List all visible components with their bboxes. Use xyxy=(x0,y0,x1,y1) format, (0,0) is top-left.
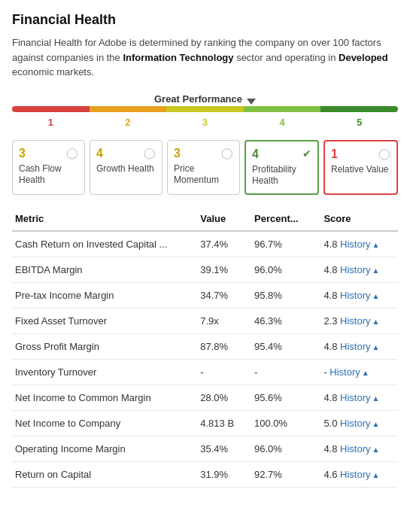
cell-metric: Net Income to Company xyxy=(12,410,197,436)
table-header-row: Metric Value Percent... Score xyxy=(12,207,398,231)
table-row: Return on Capital31.9%92.7%4.6 History ▲ xyxy=(12,461,398,487)
desc-middle: sector and operating in xyxy=(234,52,339,63)
table-row: Gross Profit Margin87.8%95.4%4.8 History… xyxy=(12,333,398,359)
bar-seg-5 xyxy=(320,106,398,112)
bar-seg-4 xyxy=(244,106,321,112)
chevron-up-icon: ▲ xyxy=(372,471,380,479)
rating-label-5: 5 xyxy=(320,117,398,128)
cell-metric: Net Income to Common Margin xyxy=(12,385,197,410)
cell-metric: Pre-tax Income Margin xyxy=(12,282,197,308)
card-profitability-label: Profitability Health xyxy=(252,164,311,187)
history-link[interactable]: History xyxy=(340,239,370,250)
card-growth-icon: ◯ xyxy=(144,147,156,159)
card-cashflow-icon: ◯ xyxy=(66,147,78,159)
table-row: Operating Income Margin35.4%96.0%4.8 His… xyxy=(12,436,398,461)
page-title: Financial Health xyxy=(12,12,398,28)
cell-percent: 92.7% xyxy=(251,461,320,487)
col-header-percent: Percent... xyxy=(251,207,320,231)
history-link[interactable]: History xyxy=(340,315,370,327)
cell-value: 7.9x xyxy=(197,308,251,333)
rating-label-3: 3 xyxy=(166,117,244,128)
cards-row: 3 ◯ Cash Flow Health 4 ◯ Growth Health 3… xyxy=(12,140,398,195)
cell-score: 4.8 History ▲ xyxy=(320,257,398,282)
col-header-value: Value xyxy=(197,207,251,231)
cell-score: 4.8 History ▲ xyxy=(320,333,398,359)
history-link[interactable]: History xyxy=(340,264,370,275)
history-link[interactable]: History xyxy=(340,341,370,352)
chevron-up-icon: ▲ xyxy=(372,241,380,249)
card-relative[interactable]: 1 ◯ Relative Value xyxy=(323,140,398,195)
rating-label-2: 2 xyxy=(90,117,167,128)
chevron-up-icon: ▲ xyxy=(372,266,380,275)
bar-seg-2 xyxy=(90,106,167,112)
cell-metric: Inventory Turnover xyxy=(12,359,197,385)
cell-score: 4.6 History ▲ xyxy=(320,461,398,487)
cell-value: 34.7% xyxy=(197,282,251,308)
desc-bold2: Developed xyxy=(339,52,388,63)
chevron-up-icon: ▲ xyxy=(372,445,380,454)
desc-after: economic markets. xyxy=(12,66,94,78)
chevron-up-icon: ▲ xyxy=(372,343,380,351)
col-header-score: Score xyxy=(320,207,398,231)
rating-labels: 1 2 3 4 5 xyxy=(12,117,398,128)
chevron-up-icon: ▲ xyxy=(372,318,380,326)
cell-metric: Return on Capital xyxy=(12,461,197,487)
cell-percent: 96.7% xyxy=(251,231,320,257)
history-link[interactable]: History xyxy=(340,290,370,301)
card-relative-icon: ◯ xyxy=(378,147,390,160)
cell-percent: 95.6% xyxy=(251,385,320,410)
table-row: Net Income to Common Margin28.0%95.6%4.8… xyxy=(12,385,398,410)
history-link[interactable]: History xyxy=(340,443,370,454)
card-cashflow[interactable]: 3 ◯ Cash Flow Health xyxy=(12,140,85,195)
rating-bar xyxy=(12,106,398,112)
card-price-icon: ◯ xyxy=(221,147,233,159)
cell-metric: Gross Profit Margin xyxy=(12,333,197,359)
cell-score: 4.8 History ▲ xyxy=(320,385,398,410)
card-profitability-icon: ✔ xyxy=(302,147,311,160)
description-text: Financial Health for Adobe is determined… xyxy=(12,35,398,80)
cell-value: 87.8% xyxy=(197,333,251,359)
cell-metric: Operating Income Margin xyxy=(12,436,197,461)
table-row: Inventory Turnover--- History ▲ xyxy=(12,359,398,385)
cell-metric: EBITDA Margin xyxy=(12,257,197,282)
cell-value: 39.1% xyxy=(197,257,251,282)
cell-score: 4.8 History ▲ xyxy=(320,282,398,308)
bar-seg-1 xyxy=(12,106,90,112)
cell-score: 2.3 History ▲ xyxy=(320,308,398,333)
cell-percent: 96.0% xyxy=(251,257,320,282)
card-growth-label: Growth Health xyxy=(96,163,156,175)
table-row: Pre-tax Income Margin34.7%95.8%4.8 Histo… xyxy=(12,282,398,308)
history-link[interactable]: History xyxy=(340,392,370,403)
card-relative-label: Relative Value xyxy=(331,164,390,176)
cell-value: 4.813 B xyxy=(197,410,251,436)
chevron-up-icon: ▲ xyxy=(372,394,380,403)
table-row: Cash Return on Invested Capital ...37.4%… xyxy=(12,231,398,257)
card-profitability[interactable]: 4 ✔ Profitability Health xyxy=(244,140,319,195)
history-link[interactable]: History xyxy=(340,469,370,480)
cell-value: - xyxy=(197,359,251,385)
history-link[interactable]: History xyxy=(330,366,360,378)
rating-label-4: 4 xyxy=(244,117,321,128)
card-price[interactable]: 3 ◯ Price Momentum xyxy=(167,140,240,195)
col-header-metric: Metric xyxy=(12,207,197,231)
cell-score: 4.8 History ▲ xyxy=(320,231,398,257)
table-row: Fixed Asset Turnover7.9x46.3%2.3 History… xyxy=(12,308,398,333)
table-row: EBITDA Margin39.1%96.0%4.8 History ▲ xyxy=(12,257,398,282)
chevron-up-icon: ▲ xyxy=(372,292,380,300)
chevron-up-icon: ▲ xyxy=(362,369,369,377)
card-cashflow-label: Cash Flow Health xyxy=(19,163,78,187)
cell-value: 35.4% xyxy=(197,436,251,461)
cell-value: 31.9% xyxy=(197,461,251,487)
card-growth[interactable]: 4 ◯ Growth Health xyxy=(90,140,162,195)
cell-percent: 100.0% xyxy=(251,410,320,436)
cell-score: 5.0 History ▲ xyxy=(320,410,398,436)
cell-score: - History ▲ xyxy=(320,359,398,385)
cell-percent: - xyxy=(251,359,320,385)
metrics-table: Metric Value Percent... Score Cash Retur… xyxy=(12,207,398,488)
cell-score: 4.8 History ▲ xyxy=(320,436,398,461)
cell-metric: Cash Return on Invested Capital ... xyxy=(12,231,197,257)
bar-seg-3 xyxy=(166,106,244,112)
history-link[interactable]: History xyxy=(340,418,370,429)
card-price-label: Price Momentum xyxy=(174,163,233,187)
desc-bold1: Information Technology xyxy=(123,52,233,63)
